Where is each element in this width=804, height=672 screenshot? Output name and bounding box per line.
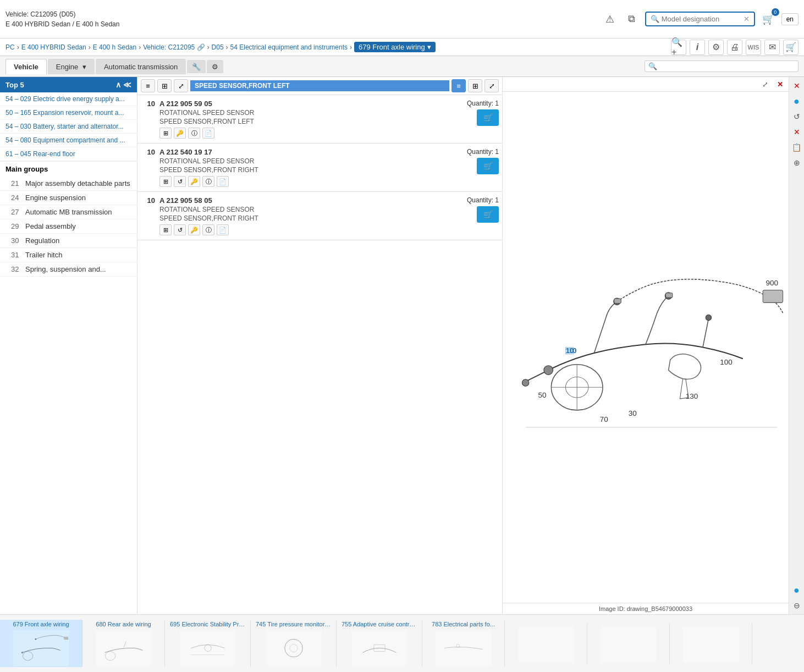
top5-item-2[interactable]: 54 – 030 Battery, starter and alternator… [0,120,137,134]
thumb-t9-img [678,625,744,664]
part-name1-0: ROTATIONAL SPEED SENSOR [159,109,445,117]
grid-icon-2[interactable]: ⊞ [159,224,172,235]
cart-icon[interactable]: 🛒 0 [759,10,777,28]
breadcrumb-e400h[interactable]: E 400 h Sedan [93,43,136,51]
collapse-icon[interactable]: ∧ [115,80,121,89]
top5-item-3[interactable]: 54 – 080 Equipment compartment and ... [0,134,137,147]
grid-icon-0[interactable]: ⊞ [159,128,172,139]
refresh-icon-2[interactable]: ↺ [174,224,186,235]
key-icon-2[interactable]: 🔑 [188,224,200,235]
warning-icon[interactable]: ⚠ [601,10,619,28]
thumb-783[interactable]: 783 Electrical parts fo... [422,620,505,667]
expand-btn[interactable]: ⤢ [174,79,188,92]
zoom-in-icon[interactable]: 🔍+ [671,40,686,55]
parts-search-input[interactable] [659,63,795,70]
zoom-out2-icon[interactable]: ⊖ [790,599,803,612]
qty-label-0: Quantity: 1 [467,100,499,107]
tab-icon-2[interactable]: ⚙ [207,60,223,73]
breadcrumb-pc[interactable]: PC [5,43,15,51]
info-icon-2[interactable]: ⓘ [202,224,214,235]
thumb-755-label: 755 Adaptive cruise control system [339,620,419,629]
sidebar-list: 54 – 029 Electric drive energy supply a.… [0,92,137,614]
sidebar-item-21[interactable]: 21 Major assembly detachable parts [0,177,137,191]
parts-view-icon3[interactable]: ⤢ [484,79,499,92]
tab-auto-trans[interactable]: Automatic transmission [96,59,186,74]
doc2-icon[interactable]: 📋 [790,141,803,154]
list-view-btn[interactable]: ≡ [141,79,155,92]
breadcrumb-current[interactable]: 679 Front axle wiring ▾ [354,42,436,52]
thumb-t7[interactable] [505,623,587,664]
add-cart-btn-2[interactable]: 🛒 [477,206,499,223]
svg-point-25 [21,652,23,653]
part-icons-2: ⊞ ↺ 🔑 ⓘ 📄 [159,224,445,235]
thumb-t8[interactable] [587,623,670,664]
thumb-t9[interactable] [670,623,752,664]
model-search-input[interactable] [662,15,744,23]
tab-icon-1[interactable]: 🔧 [187,60,206,73]
add-cart-btn-1[interactable]: 🛒 [477,158,499,174]
top5-item-1[interactable]: 50 – 165 Expansion reservoir, mount a... [0,106,137,120]
close-diagram-icon[interactable]: ✕ [773,78,786,90]
open-external-icon[interactable]: ⤢ [758,78,772,90]
svg-point-1 [544,366,553,375]
part-pos-1: 10 [141,148,155,156]
parts-view-icon1[interactable]: ≡ [451,79,466,92]
doc-icon-0[interactable]: 📄 [202,128,214,139]
close-icon[interactable]: ✕ [790,79,803,92]
breadcrumb-vehicle[interactable]: Vehicle: C212095 🔗 [143,43,205,51]
sidebar-item-27[interactable]: 27 Automatic MB transmission [0,205,137,219]
lang-button[interactable]: en [781,13,799,25]
part-number-2: A 212 905 58 05 [159,196,445,205]
print-icon[interactable]: 🖨 [727,40,742,55]
thumb-695[interactable]: 695 Electronic Stability Program (ESP®) [165,620,251,667]
tab-vehicle[interactable]: Vehicle [5,59,47,74]
key-icon-1[interactable]: 🔑 [188,176,200,187]
thumb-680[interactable]: 680 Rear axle wiring [82,620,165,667]
copy-icon[interactable]: ⧉ [623,10,641,28]
doc-icon-2[interactable]: 📄 [217,224,229,235]
thumb-679-img [8,629,74,667]
clear-search-icon[interactable]: ✕ [744,15,750,23]
refresh-icon-1[interactable]: ↺ [174,176,186,187]
doc-icon-1[interactable]: 📄 [217,176,229,187]
top5-item-4[interactable]: 61 – 045 Rear-end floor [0,147,137,161]
parts-view-icon2[interactable]: ⊞ [468,79,482,92]
grid-view-btn[interactable]: ⊞ [157,79,172,92]
thumb-679[interactable]: 679 Front axle wiring [0,620,82,667]
add-cart-btn-0[interactable]: 🛒 [477,109,499,126]
dot-blue-icon[interactable]: ● [790,583,803,597]
svg-text:100: 100 [720,358,733,366]
sidebar-header-icons: ∧ ≪ [115,80,131,89]
tab-engine[interactable]: Engine ▾ [48,59,95,74]
svg-rect-27 [64,637,68,639]
thumb-755-img [346,629,412,667]
info-icon[interactable]: i [690,40,705,55]
sidebar-item-29[interactable]: 29 Pedal assembly [0,219,137,234]
filter-icon[interactable]: ⚙ [708,40,724,55]
zoom-in2-icon[interactable]: ⊕ [790,156,803,169]
expand-icon[interactable]: ≪ [123,80,131,89]
x2-icon[interactable]: ✕ [790,125,803,139]
breadcrumb-d05[interactable]: D05 [212,43,224,51]
breadcrumb-e400-hybrid[interactable]: E 400 HYBRID Sedan [21,43,86,51]
wis-icon[interactable]: WIS [746,40,761,55]
sidebar-item-32[interactable]: 32 Spring, suspension and... [0,262,137,277]
breadcrumb-54-elec[interactable]: 54 Electrical equipment and instruments [230,43,348,51]
mail-icon[interactable]: ✉ [764,40,780,55]
key-icon-0[interactable]: 🔑 [174,128,186,139]
dots-icon[interactable]: ● [790,95,803,108]
part-name1-2: ROTATIONAL SPEED SENSOR [159,206,445,213]
thumb-745[interactable]: 745 Tire pressure monitoring system [251,620,337,667]
model-search-box[interactable]: 🔍 ✕ [645,12,755,26]
grid-icon-1[interactable]: ⊞ [159,176,172,187]
info-icon-1[interactable]: ⓘ [202,176,214,187]
thumb-755[interactable]: 755 Adaptive cruise control system [337,620,422,667]
basket-icon[interactable]: 🛒 [783,40,799,55]
parts-search-box[interactable]: 🔍 [645,60,799,72]
refresh2-icon[interactable]: ↺ [790,110,803,123]
sidebar-item-24[interactable]: 24 Engine suspension [0,191,137,205]
top5-item-0[interactable]: 54 – 029 Electric drive energy supply a.… [0,92,137,106]
info-icon-0[interactable]: ⓘ [188,128,200,139]
sidebar-item-31[interactable]: 31 Trailer hitch [0,248,137,262]
sidebar-item-30[interactable]: 30 Regulation [0,234,137,248]
